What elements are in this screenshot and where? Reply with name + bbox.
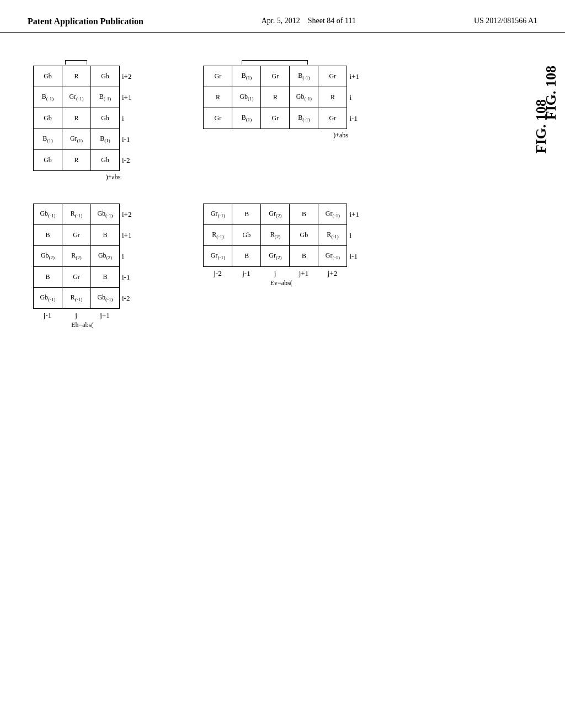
bottom-right-section: Gr(-1) B Gr(2) B Gr(-1) R(-1) Gb R(2) Gb…	[203, 204, 359, 287]
table-row: Gr B(1) Gr B(-1) Gr	[204, 108, 347, 129]
table-row: Gb R Gb	[34, 66, 120, 87]
fig-label-display: FIG. 108	[543, 66, 559, 120]
table-row: B(-1) Gr(-1) B(-1)	[34, 87, 120, 108]
row-labels-top-right: i+1 i i-1	[349, 66, 359, 129]
abs-label-top-right: )+abs	[333, 131, 348, 140]
ev-label: Ev=abs(	[270, 279, 292, 287]
table-row: Gr(-1) B Gr(2) B Gr(-1)	[204, 204, 347, 225]
patent-number: US 2012/081566 A1	[474, 17, 537, 25]
table-row: Gb(-1) R(-1) Gb(-1)	[34, 204, 120, 225]
eh-label: Eh=abs(	[71, 321, 93, 329]
top-left-section: Gb R Gb B(-1) Gr(-1) B(-1) Gb R Gb	[33, 60, 131, 181]
table-row: Gb R Gb	[34, 108, 120, 129]
bottom-left-grid: Gb(-1) R(-1) Gb(-1) B Gr B Gb(2) R(2) Gb…	[33, 204, 120, 309]
top-left-grid: Gb R Gb B(-1) Gr(-1) B(-1) Gb R Gb	[33, 66, 120, 171]
table-row: Gb R Gb	[34, 150, 120, 171]
table-row: Gr(-1) B Gr(2) B Gr(-1)	[204, 246, 347, 267]
row-labels-top-left: i+2 i+1 i i-1 i-2	[122, 66, 131, 171]
table-row: R Gb(1) R Gb(-1) R	[204, 87, 347, 108]
table-row: B Gr B	[34, 267, 120, 288]
table-row: Gr B(1) Gr B(-1) Gr	[204, 66, 347, 87]
bottom-left-section: Gb(-1) R(-1) Gb(-1) B Gr B Gb(2) R(2) Gb…	[33, 204, 131, 329]
table-row: Gb(2) R(2) Gb(2)	[34, 246, 120, 267]
top-right-section: Gr B(1) Gr B(-1) Gr R Gb(1) R Gb(-1) R	[203, 60, 359, 140]
table-row: B(1) Gr(1) B(1)	[34, 129, 120, 150]
publication-date: Apr. 5, 2012 Sheet 84 of 111	[262, 17, 356, 25]
table-row: R(-1) Gb R(2) Gb R(-1)	[204, 225, 347, 246]
row-labels-bottom-left: i+2 i+1 i i-1 i-2	[122, 204, 131, 309]
abs-label-top-left: )+abs	[106, 173, 121, 181]
publication-title: Patent Application Publication	[28, 17, 143, 26]
table-row: Gb(-1) R(-1) Gb(-1)	[34, 288, 120, 309]
row-labels-bottom-right: i+1 i i-1	[349, 204, 359, 267]
table-row: B Gr B	[34, 225, 120, 246]
bottom-right-grid: Gr(-1) B Gr(2) B Gr(-1) R(-1) Gb R(2) Gb…	[203, 204, 347, 267]
page-header: Patent Application Publication Apr. 5, 2…	[0, 0, 565, 33]
top-right-grid: Gr B(1) Gr B(-1) Gr R Gb(1) R Gb(-1) R	[203, 66, 347, 129]
